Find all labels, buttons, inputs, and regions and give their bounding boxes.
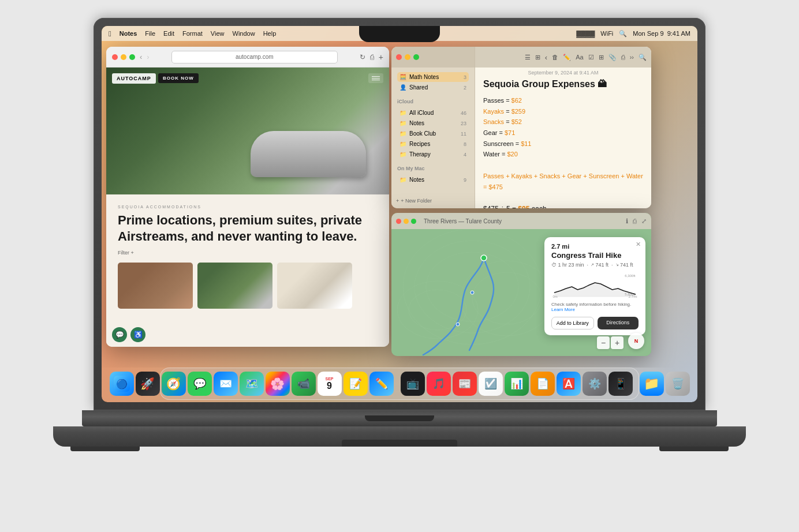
notes-close-button[interactable] xyxy=(396,54,402,60)
thumbnail-2[interactable] xyxy=(197,263,272,309)
notes-attach-icon[interactable]: 📎 xyxy=(608,54,617,61)
sidebar-item-therapy[interactable]: 📁 Therapy 4 xyxy=(397,149,469,159)
dock-app-facetime[interactable]: 📹 xyxy=(292,372,316,396)
edit-menu[interactable]: Edit xyxy=(163,30,174,37)
url-bar[interactable]: autocamp.com xyxy=(171,51,338,63)
notes-edit-icon[interactable]: ✏️ xyxy=(563,54,571,61)
notes-more-icon[interactable]: ›› xyxy=(630,54,634,61)
window-menu[interactable]: Window xyxy=(233,30,255,37)
sidebar-item-mathnotes[interactable]: 🧮 Math Notes 3 xyxy=(397,72,469,82)
chat-icon[interactable]: 💬 xyxy=(112,327,127,342)
dock-app-messages[interactable]: 💬 xyxy=(188,372,212,396)
dock-app-music[interactable]: 🎵 xyxy=(427,372,451,396)
dock-app-appstore[interactable]: 🅰️ xyxy=(557,372,581,396)
notes-maximize-button[interactable] xyxy=(413,54,419,60)
filter-bar[interactable]: Filter + xyxy=(118,250,378,256)
book-now-button[interactable]: BOOK NOW xyxy=(158,73,199,83)
dock-app-photos[interactable]: 🌸 xyxy=(266,372,290,396)
maximize-button[interactable] xyxy=(129,54,135,60)
dock-app-iphone[interactable]: 📱 xyxy=(608,372,633,396)
notes-share-icon[interactable]: ⎙ xyxy=(621,54,625,61)
notes-folder-icon: 📁 xyxy=(399,120,406,126)
add-to-library-button[interactable]: Add to Library xyxy=(551,317,594,329)
dock-app-calendar[interactable]: SEP 9 xyxy=(318,372,342,396)
dock-app-maps[interactable]: 🗺️ xyxy=(240,372,264,396)
dock-app-appletv[interactable]: 📺 xyxy=(401,372,425,396)
format-menu[interactable]: Format xyxy=(182,30,203,37)
dock-app-news[interactable]: 📰 xyxy=(453,372,477,396)
safari-toolbar: ‹ › autocamp.com ↻ ⎙ + xyxy=(106,47,389,68)
maps-minimize-button[interactable] xyxy=(404,219,409,224)
notes-table-icon[interactable]: ⊞ xyxy=(599,54,604,61)
sidebar-item-bookclub[interactable]: 📁 Book Club 11 xyxy=(397,129,469,138)
dock-app-folder[interactable]: 📁 xyxy=(640,372,664,396)
sidebar-item-notes[interactable]: 📁 Notes 23 xyxy=(397,118,469,128)
notes-list-icon[interactable]: ☰ xyxy=(525,54,531,61)
dock-app-freeform[interactable]: ✏️ xyxy=(369,372,394,396)
help-menu[interactable]: Help xyxy=(263,30,277,37)
view-menu[interactable]: View xyxy=(211,30,225,37)
icloud-section-header: iCloud xyxy=(391,95,475,106)
new-tab-icon[interactable]: + xyxy=(379,53,383,62)
dock-app-reminders[interactable]: ☑️ xyxy=(479,372,503,396)
notes-delete-icon[interactable]: 🗑 xyxy=(552,54,558,61)
nav-back[interactable]: ‹ xyxy=(140,53,142,61)
thumbnail-3[interactable] xyxy=(277,263,352,309)
maps-share-icon[interactable]: ⎙ xyxy=(633,218,637,225)
battery-indicator: ▓▓▓▓ xyxy=(576,30,595,37)
dock-app-notes[interactable]: 📝 xyxy=(344,372,368,396)
maps-info-icon[interactable]: ℹ xyxy=(626,218,628,225)
maps-maximize-button[interactable] xyxy=(411,219,416,224)
sidebar-item-mac-notes[interactable]: 📁 Notes 9 xyxy=(397,175,469,185)
notes-checklist-icon[interactable]: ☑ xyxy=(588,54,594,61)
shared-icon: 👤 xyxy=(399,84,406,91)
maps-window[interactable]: Three Rivers — Tulare County ℹ ⎙ ⤢ xyxy=(391,213,651,356)
sidebar-item-recipes[interactable]: 📁 Recipes 8 xyxy=(397,139,469,149)
svg-point-3 xyxy=(472,272,542,324)
notes-minimize-button[interactable] xyxy=(405,54,410,60)
dock-app-finder[interactable]: 🔵 xyxy=(110,372,134,396)
safari-window[interactable]: ‹ › autocamp.com ↻ ⎙ + AUTOCA xyxy=(106,47,389,347)
dock-app-numbers[interactable]: 📊 xyxy=(505,372,529,396)
maps-expand-icon[interactable]: ⤢ xyxy=(641,218,647,225)
minimize-button[interactable] xyxy=(121,54,126,60)
dock-app-settings[interactable]: ⚙️ xyxy=(583,372,607,396)
compass[interactable]: N xyxy=(628,333,644,349)
search-icon[interactable]: 🔍 xyxy=(619,30,627,38)
autocamp-brand: AUTOCAMP xyxy=(112,73,156,84)
file-menu[interactable]: File xyxy=(145,30,155,37)
dock-app-pages[interactable]: 📄 xyxy=(531,372,555,396)
nav-forward[interactable]: › xyxy=(147,53,149,61)
windows-area: ‹ › autocamp.com ↻ ⎙ + AUTOCA xyxy=(102,41,697,368)
directions-button[interactable]: Directions xyxy=(598,317,639,329)
sidebar-item-allicloud[interactable]: 📁 All iCloud 46 xyxy=(397,108,469,118)
apple-menu[interactable]:  xyxy=(109,29,111,38)
menu-toggle[interactable] xyxy=(368,73,383,83)
share-icon[interactable]: ⎙ xyxy=(370,53,374,61)
dock-app-mail[interactable]: ✉️ xyxy=(214,372,238,396)
dock-app-launchpad[interactable]: 🚀 xyxy=(136,372,160,396)
learn-more-link[interactable]: Learn More xyxy=(551,307,575,312)
new-folder-button[interactable]: + + New Folder xyxy=(396,198,432,204)
zoom-in-button[interactable]: + xyxy=(611,336,623,349)
notes-sidebar-pinned: 🧮 Math Notes 3 👤 Shared xyxy=(391,70,475,95)
thumbnail-1[interactable] xyxy=(118,263,193,309)
app-name[interactable]: Notes xyxy=(120,30,137,37)
accessibility-icon[interactable]: ♿ xyxy=(130,327,145,342)
notes-window[interactable]: ☰ ⊞ ‹ 🗑 ✏️ Aa ☑ ⊞ 📎 ⎙ ›› xyxy=(391,47,651,208)
notes-back-icon[interactable]: ‹ xyxy=(545,53,547,62)
notes-format-icon[interactable]: Aa xyxy=(576,54,583,61)
sidebar-item-shared[interactable]: 👤 Shared 2 xyxy=(397,83,469,92)
notes-search-icon[interactable]: 🔍 xyxy=(639,54,647,61)
hike-card-close[interactable]: ✕ xyxy=(636,241,641,248)
page-headline: Prime locations, premium suites, private… xyxy=(118,212,378,244)
dock-app-safari[interactable]: 🧭 xyxy=(162,372,186,396)
zoom-out-button[interactable]: − xyxy=(597,336,610,349)
maps-close-button[interactable] xyxy=(396,219,401,224)
notes-grid-icon[interactable]: ⊞ xyxy=(535,54,540,61)
close-button[interactable] xyxy=(112,54,118,60)
reload-icon[interactable]: ↻ xyxy=(360,53,365,61)
therapy-label: Therapy xyxy=(409,151,431,158)
dock-app-trash[interactable]: 🗑️ xyxy=(666,372,690,396)
note-date: September 9, 2024 at 9:41 AM xyxy=(483,70,643,76)
